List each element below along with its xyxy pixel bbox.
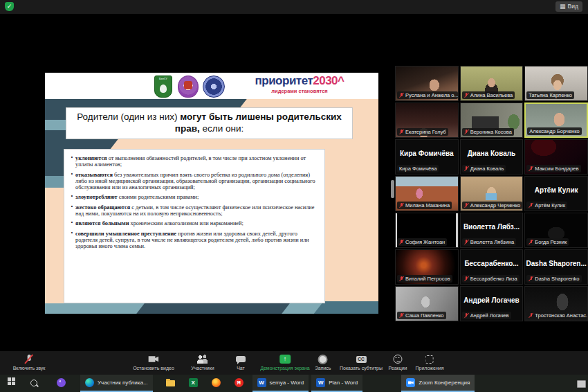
edge-window-button[interactable]: Участник публика... bbox=[80, 375, 153, 392]
participant-tile[interactable]: Саша Павленко bbox=[395, 286, 459, 321]
participant-name: Александр Черченко bbox=[470, 202, 521, 208]
bullet-item: • злоупотребляют своими родительскими пр… bbox=[68, 194, 318, 200]
participant-label: Екатерина Голуб bbox=[397, 128, 448, 136]
participant-tile[interactable]: Виолетта Лябз... Виолетта Лябзина bbox=[460, 213, 524, 248]
participant-name: Максим Бондарев bbox=[535, 166, 578, 172]
file-explorer-button[interactable] bbox=[161, 375, 180, 392]
zoom-meeting-window: ✓ ▦ Вид БелГУ приоритет2030^ лидерами ст… bbox=[0, 0, 588, 392]
participant-label: София Жантоан bbox=[397, 238, 447, 246]
participant-label: Dasha Shaporenko bbox=[526, 275, 581, 283]
participant-label: Андрей Логачев bbox=[462, 312, 511, 319]
participant-tile[interactable]: Александр Борченко bbox=[524, 103, 588, 138]
unmute-button[interactable]: Включить звук bbox=[13, 354, 46, 371]
participant-name: Милана Маканина bbox=[405, 202, 450, 208]
cc-icon: CC bbox=[356, 356, 366, 363]
participant-tile[interactable]: Кира Фомичёва Кира Фомичёва bbox=[395, 139, 459, 175]
participant-tile[interactable]: Андрей Логачев Андрей Логачев bbox=[460, 286, 524, 321]
participant-tile[interactable]: Александр Черченко bbox=[460, 176, 524, 211]
zoom-icon bbox=[406, 378, 415, 387]
participant-tile[interactable]: Бессарабенко... Бессарабенко Лиза bbox=[460, 249, 524, 285]
search-icon bbox=[30, 380, 37, 386]
tray-icon[interactable] bbox=[577, 380, 586, 388]
participant-tile[interactable]: Милана Маканина bbox=[395, 176, 459, 211]
participant-tile[interactable]: Екатерина Голуб bbox=[395, 103, 459, 138]
bullet-marker: • bbox=[68, 231, 75, 250]
participant-tile[interactable]: Dasha Shaporen... Dasha Shaporenko bbox=[524, 249, 588, 285]
panel-resize-handle[interactable] bbox=[391, 180, 394, 198]
participant-label: Виолетта Лябзина bbox=[462, 238, 517, 246]
university-crest-icon bbox=[178, 75, 199, 98]
reactions-icon bbox=[393, 355, 402, 364]
record-icon bbox=[318, 355, 328, 364]
chat-button[interactable]: Чат bbox=[236, 354, 246, 371]
stop-video-button[interactable]: Остановить видео bbox=[133, 354, 174, 371]
participant-name: Вероника Косова bbox=[470, 129, 512, 135]
share-screen-button[interactable]: ↑Демонстрация экрана bbox=[260, 354, 310, 371]
slide-body: Родители (один из них) могут быть лишены… bbox=[45, 99, 378, 314]
bullet-marker: • bbox=[68, 194, 75, 200]
participant-label: Виталий Петросов bbox=[397, 275, 452, 283]
participants-button[interactable]: Участники bbox=[191, 354, 214, 371]
participant-tile[interactable]: София Жантоан bbox=[395, 213, 459, 248]
mic-muted-icon bbox=[529, 276, 533, 282]
mic-muted-icon bbox=[399, 240, 404, 245]
stop-video-button-label: Остановить видео bbox=[133, 366, 174, 371]
participant-name: Александр Борченко bbox=[529, 128, 579, 134]
mic-muted-icon bbox=[464, 240, 469, 245]
zoom-window-button-label: Zoom Конференция bbox=[419, 380, 470, 386]
search-button[interactable] bbox=[26, 375, 42, 392]
excel-button[interactable]: X bbox=[184, 375, 203, 392]
mic-muted-icon bbox=[399, 203, 404, 208]
cortana-button[interactable] bbox=[52, 375, 71, 392]
mic-muted-icon bbox=[25, 354, 33, 364]
word-semya-window-button[interactable]: Wsemya - Word bbox=[252, 375, 309, 392]
shared-screen-area: БелГУ приоритет2030^ лидерами становятся… bbox=[0, 14, 394, 351]
meeting-security-icon[interactable]: ✓ bbox=[5, 2, 14, 11]
participant-tile[interactable]: Диана Коваль Диана Коваль bbox=[460, 139, 524, 175]
mic-muted-icon bbox=[464, 93, 469, 98]
participant-tile[interactable]: Вероника Косова bbox=[460, 103, 524, 138]
apps-button[interactable]: Приложения bbox=[416, 354, 444, 371]
participant-display-name: Кира Фомичёва bbox=[396, 150, 458, 157]
record-button[interactable]: Запись bbox=[315, 354, 331, 371]
edge-icon bbox=[85, 378, 94, 387]
yandex-button[interactable]: Я bbox=[230, 375, 248, 392]
yandex-icon: Я bbox=[235, 378, 244, 387]
participants-icon bbox=[196, 355, 208, 364]
bullet-marker: • bbox=[68, 220, 75, 226]
reactions-button-label: Реакции bbox=[388, 366, 407, 371]
participant-tile[interactable]: Алина Васильева bbox=[460, 66, 524, 101]
participant-name: Екатерина Голуб bbox=[405, 129, 446, 135]
view-button[interactable]: ▦ Вид bbox=[555, 1, 582, 12]
participant-tile[interactable]: Руслана и Анжела о... bbox=[395, 66, 459, 101]
participant-tile[interactable]: Виталий Петросов bbox=[395, 249, 459, 285]
word-plan-window-button[interactable]: WPlan - Word bbox=[311, 375, 362, 392]
subtitles-button[interactable]: CCПоказать субтитры bbox=[340, 354, 383, 371]
bullet-item: • уклоняются от выполнения обязанностей … bbox=[68, 155, 318, 168]
participant-name: Алина Васильева bbox=[470, 92, 513, 98]
participant-label: Милана Маканина bbox=[397, 202, 452, 209]
participant-tile[interactable]: Богда Резник bbox=[524, 213, 588, 248]
participant-name: Виолетта Лябзина bbox=[470, 239, 515, 245]
participant-display-name: Артём Кулик bbox=[525, 186, 587, 194]
grid-view-icon: ▦ bbox=[560, 3, 566, 10]
participant-label: Александр Борченко bbox=[527, 127, 581, 135]
start-button[interactable] bbox=[3, 375, 20, 392]
participant-tile[interactable]: Тростянская Анастас... bbox=[524, 286, 588, 321]
participant-label: Вероника Косова bbox=[462, 128, 514, 136]
participant-label: Тростянская Анастас... bbox=[526, 312, 587, 319]
start-icon bbox=[8, 377, 11, 381]
participant-tile[interactable]: Артём Кулик Артём Кулик bbox=[524, 176, 588, 211]
participant-tile[interactable]: Максим Бондарев bbox=[524, 139, 588, 175]
participant-tile[interactable]: Татьяна Карпенко bbox=[524, 66, 588, 101]
firefox-button[interactable] bbox=[207, 375, 226, 392]
share-screen-button-label: Демонстрация экрана bbox=[260, 366, 310, 371]
participant-label: Саша Павленко bbox=[397, 312, 446, 319]
participant-name: Диана Коваль bbox=[470, 166, 504, 172]
edge-window-button-label: Участник публика... bbox=[98, 380, 148, 386]
bullet-marker: • bbox=[68, 155, 75, 168]
participants-grid: Руслана и Анжела о... Алина Васильева Та… bbox=[395, 66, 588, 321]
bullet-item: • жестоко обращаются с детьми, в том чис… bbox=[68, 204, 318, 217]
reactions-button[interactable]: Реакции bbox=[388, 354, 407, 371]
zoom-window-button[interactable]: Zoom Конференция bbox=[401, 375, 475, 392]
